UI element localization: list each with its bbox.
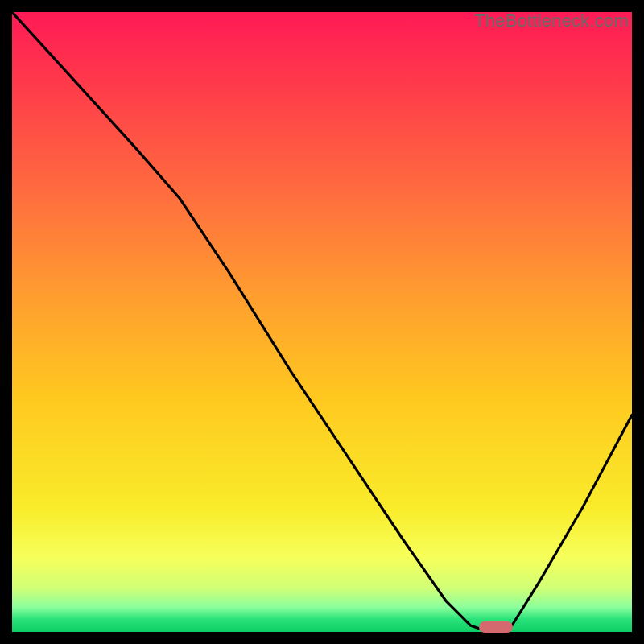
chart-frame: TheBottleneck.com xyxy=(12,12,632,632)
watermark-label: TheBottleneck.com xyxy=(474,10,629,31)
bottleneck-marker xyxy=(479,621,513,633)
chart-background-gradient xyxy=(12,12,632,632)
